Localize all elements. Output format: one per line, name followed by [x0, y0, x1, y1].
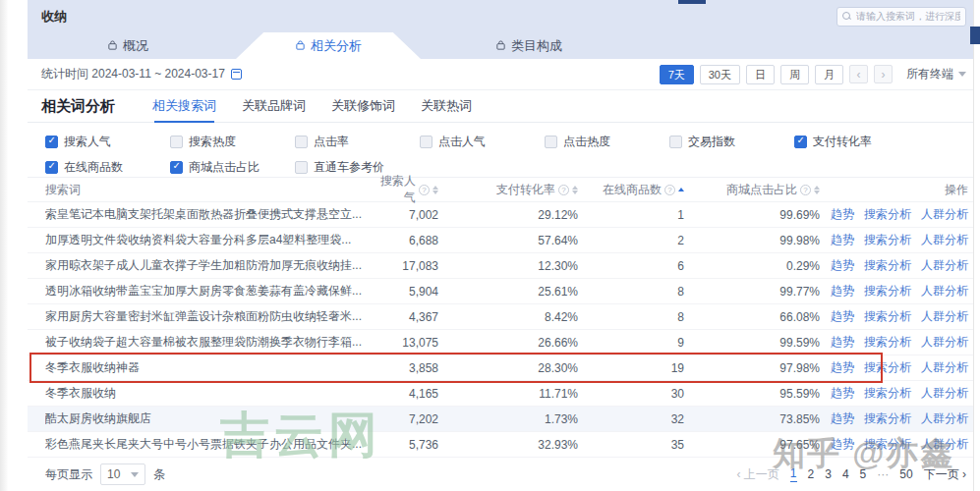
audience-analysis-link[interactable]: 人群分析	[921, 206, 968, 223]
page-5-button[interactable]: 5	[860, 467, 867, 481]
page-2-button[interactable]: 2	[808, 467, 815, 481]
trend-link[interactable]: 趋势	[831, 334, 854, 351]
col-header-pay-conversion[interactable]: 支付转化率	[438, 182, 578, 198]
chevron-down-icon	[131, 472, 139, 477]
search-analysis-link[interactable]: 搜索分析	[864, 334, 911, 351]
metric-trade-index[interactable]: 交易指数	[669, 132, 794, 151]
keyword-cell[interactable]: 透明冰箱收纳带盖宝宝加厚大厨房零食葱姜蒜有盖冷藏保鲜...	[45, 283, 372, 300]
keyword-cell[interactable]: 酷太厨房收纳旗舰店	[45, 410, 372, 427]
mall-click-cell: 97.98%	[684, 361, 820, 375]
search-analysis-link[interactable]: 搜索分析	[864, 257, 911, 274]
online-items-cell: 19	[578, 361, 684, 375]
checkbox-icon	[545, 136, 557, 148]
table-row-highlighted: 冬季衣服收纳神器 3,858 28.30% 19 97.98% 趋势搜索分析人群…	[28, 355, 980, 381]
prev-page-button[interactable]: ‹ 上一页	[737, 466, 779, 483]
terminal-filter-dropdown[interactable]: 所有终端	[906, 66, 966, 82]
search-pop-cell: 5,736	[372, 438, 438, 452]
search-analysis-link[interactable]: 搜索分析	[864, 359, 911, 376]
keyword-cell[interactable]: 加厚透明文件袋收纳资料袋大容量分科多层a4塑料整理袋...	[45, 232, 372, 248]
prev-period-button[interactable]	[849, 65, 868, 83]
metric-click-rate[interactable]: 点击率	[295, 132, 420, 151]
search-analysis-link[interactable]: 搜索分析	[864, 385, 911, 402]
search-input[interactable]	[856, 11, 960, 22]
trend-link[interactable]: 趋势	[831, 257, 854, 274]
trend-link[interactable]: 趋势	[831, 283, 854, 300]
trend-link[interactable]: 趋势	[831, 410, 854, 427]
tab-label: 概况	[123, 37, 148, 55]
col-header-mall-click-ratio[interactable]: 商城点击占比	[684, 182, 820, 198]
keyword-cell[interactable]: 家用晾衣架子成人儿童衣撑子学生加粗防滑加厚无痕收纳挂...	[45, 257, 372, 274]
metric-click-popularity[interactable]: 点击人气	[420, 132, 545, 151]
period-month-button[interactable]: 月	[815, 65, 843, 84]
tab-overview[interactable]: 概况	[28, 32, 228, 59]
search-analysis-link[interactable]: 搜索分析	[864, 232, 911, 248]
info-icon	[664, 185, 675, 195]
audience-analysis-link[interactable]: 人群分析	[921, 257, 968, 274]
search-analysis-link[interactable]: 搜索分析	[864, 308, 911, 325]
period-day-button[interactable]: 日	[746, 65, 775, 84]
per-page-select[interactable]: 10	[100, 464, 145, 485]
keyword-cell[interactable]: 被子收纳袋子超大容量棉被衣服整理袋防潮换季衣物行李箱...	[45, 334, 372, 351]
keyword-cell[interactable]: 索皇笔记本电脑支架托架桌面散热器折叠便携式支撑悬空立...	[45, 206, 372, 223]
calendar-icon[interactable]	[231, 69, 242, 80]
table-body: 索皇笔记本电脑支架托架桌面散热器折叠便携式支撑悬空立... 7,002 29.1…	[28, 202, 980, 458]
metric-pay-conversion[interactable]: 支付转化率	[794, 132, 919, 151]
table-row: 被子收纳袋子超大容量棉被衣服整理袋防潮换季衣物行李箱... 13,075 26.…	[28, 330, 980, 355]
metric-online-items[interactable]: 在线商品数	[45, 157, 170, 177]
checkbox-icon	[669, 136, 682, 148]
section-title: 相关词分析	[41, 97, 115, 116]
audience-analysis-link[interactable]: 人群分析	[921, 436, 968, 453]
search-analysis-link[interactable]: 搜索分析	[864, 283, 911, 300]
period-week-button[interactable]: 周	[780, 65, 809, 84]
tab-related-hot-words[interactable]: 关联热词	[421, 90, 472, 122]
keyword-cell[interactable]: 冬季衣服收纳	[45, 385, 372, 402]
next-page-button[interactable]: 下一页 ›	[924, 466, 966, 483]
audience-analysis-link[interactable]: 人群分析	[921, 359, 968, 376]
col-header-search-popularity[interactable]: 搜索人气	[372, 173, 438, 206]
trend-link[interactable]: 趋势	[831, 385, 854, 402]
tab-related-search-words[interactable]: 相关搜索词	[152, 90, 216, 122]
checkbox-checked-icon	[45, 161, 58, 174]
trend-link[interactable]: 趋势	[831, 232, 854, 248]
tab-related-brand-words[interactable]: 关联品牌词	[242, 90, 306, 122]
keyword-cell[interactable]: 家用厨房大容量密封米缸弹盖设计杂粮面粉防虫收纳轻奢米...	[45, 308, 372, 325]
tab-related-analysis[interactable]: 相关分析	[228, 32, 429, 59]
metric-mall-click-ratio[interactable]: 商城点击占比	[170, 157, 295, 177]
page-4-button[interactable]: 4	[842, 467, 849, 481]
period-7d-button[interactable]: 7天	[660, 65, 694, 84]
search-box[interactable]	[836, 7, 966, 27]
tab-category-composition[interactable]: 类目构成	[429, 32, 629, 59]
search-pop-cell: 7,202	[372, 412, 438, 426]
page-right-scrollbar-area[interactable]	[973, 0, 980, 491]
trend-link[interactable]: 趋势	[831, 436, 854, 453]
metric-search-popularity[interactable]: 搜索人气	[45, 132, 170, 151]
page-50-button[interactable]: 50	[899, 467, 912, 481]
period-30d-button[interactable]: 30天	[700, 65, 740, 84]
table-header: 搜索词 搜索人气 支付转化率 在线商品数 商城点击占比 操作	[28, 177, 980, 202]
trend-link[interactable]: 趋势	[831, 308, 854, 325]
info-icon	[419, 185, 430, 195]
audience-analysis-link[interactable]: 人群分析	[921, 410, 968, 427]
mall-click-cell: 95.59%	[684, 387, 820, 401]
search-analysis-link[interactable]: 搜索分析	[864, 206, 911, 223]
page-3-button[interactable]: 3	[825, 467, 832, 481]
keyword-cell[interactable]: 彩色燕尾夹长尾夹大号中号小号票据铁夹子办公用品文件夹...	[45, 436, 372, 453]
search-analysis-link[interactable]: 搜索分析	[864, 436, 911, 453]
audience-analysis-link[interactable]: 人群分析	[921, 385, 968, 402]
next-period-button[interactable]	[874, 65, 893, 83]
tab-related-modifier-words[interactable]: 关联修饰词	[331, 90, 395, 122]
audience-analysis-link[interactable]: 人群分析	[921, 334, 968, 351]
keyword-cell[interactable]: 冬季衣服收纳神器	[45, 359, 372, 376]
search-analysis-link[interactable]: 搜索分析	[864, 410, 911, 427]
col-header-online-items[interactable]: 在线商品数	[578, 182, 684, 198]
page-1-button[interactable]: 1	[790, 466, 797, 482]
checkbox-icon	[295, 161, 308, 174]
audience-analysis-link[interactable]: 人群分析	[921, 308, 968, 325]
audience-analysis-link[interactable]: 人群分析	[921, 283, 968, 300]
audience-analysis-link[interactable]: 人群分析	[921, 232, 968, 248]
trend-link[interactable]: 趋势	[831, 206, 854, 223]
trend-link[interactable]: 趋势	[831, 359, 854, 376]
metric-click-heat[interactable]: 点击热度	[545, 132, 669, 151]
table-footer: 每页显示 10 条 ‹ 上一页 1 2 3 4 5 ··· 50 下一页 ›	[28, 458, 980, 491]
metric-search-heat[interactable]: 搜索热度	[170, 132, 295, 151]
